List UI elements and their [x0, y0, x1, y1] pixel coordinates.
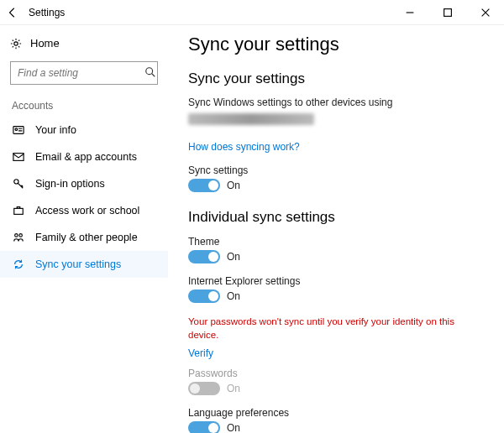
- search-box[interactable]: [10, 61, 158, 85]
- sync-description: Sync Windows settings to other devices u…: [188, 96, 484, 110]
- svg-point-2: [146, 67, 153, 74]
- page-title: Sync your settings: [188, 34, 484, 55]
- arrow-left-icon: [7, 7, 18, 18]
- gear-icon: [10, 38, 22, 50]
- svg-rect-5: [13, 154, 24, 161]
- toggle-state: On: [227, 383, 240, 394]
- minimize-button[interactable]: [391, 0, 428, 25]
- svg-point-4: [15, 128, 18, 131]
- window-title: Settings: [25, 7, 391, 18]
- sidebar-item-your-info[interactable]: Your info: [0, 117, 168, 143]
- password-warning: Your passwords won't sync until you veri…: [188, 315, 484, 342]
- individual-heading: Individual sync settings: [188, 209, 484, 226]
- sidebar-item-work-school[interactable]: Access work or school: [0, 197, 168, 224]
- main-content: Sync your settings Sync your settings Sy…: [168, 25, 504, 433]
- sync-settings-toggle[interactable]: [188, 179, 220, 192]
- search-input[interactable]: [18, 67, 144, 79]
- key-icon: [12, 178, 25, 190]
- svg-rect-0: [444, 8, 451, 16]
- sync-icon: [12, 258, 25, 270]
- home-label: Home: [30, 37, 60, 50]
- sidebar-item-email[interactable]: Email & app accounts: [0, 143, 168, 170]
- how-syncing-works-link[interactable]: How does syncing work?: [188, 141, 300, 153]
- toggle-state: On: [227, 251, 240, 263]
- back-button[interactable]: [0, 0, 25, 25]
- svg-rect-7: [14, 208, 24, 214]
- toggle-label: Sync settings: [188, 164, 484, 176]
- sidebar-item-label: Access work or school: [35, 205, 156, 216]
- sidebar-item-label: Your info: [35, 124, 156, 136]
- obscured-account: [188, 113, 314, 125]
- toggle-label: Language preferences: [188, 407, 484, 419]
- sidebar-item-sync[interactable]: Sync your settings: [0, 251, 168, 278]
- sidebar: Home Accounts Your info Email & app acco…: [0, 25, 168, 433]
- ie-toggle[interactable]: [188, 290, 220, 303]
- svg-point-1: [14, 41, 18, 44]
- sidebar-category: Accounts: [0, 97, 168, 117]
- theme-toggle[interactable]: [188, 250, 220, 263]
- sidebar-item-label: Sync your settings: [35, 258, 156, 270]
- close-icon: [480, 7, 491, 18]
- sidebar-item-label: Email & app accounts: [35, 151, 156, 163]
- minimize-icon: [404, 7, 416, 18]
- toggle-state: On: [227, 180, 240, 191]
- title-bar: Settings: [0, 0, 504, 25]
- maximize-icon: [442, 7, 454, 18]
- home-button[interactable]: Home: [0, 32, 168, 55]
- mail-icon: [12, 151, 25, 163]
- language-toggle[interactable]: [188, 421, 220, 433]
- toggle-label: Theme: [188, 236, 484, 248]
- toggle-label: Internet Explorer settings: [188, 275, 484, 287]
- search-icon: [144, 66, 156, 81]
- sidebar-item-signin[interactable]: Sign-in options: [0, 170, 168, 197]
- people-icon: [12, 232, 25, 243]
- briefcase-icon: [12, 205, 25, 216]
- toggle-label: Passwords: [188, 368, 484, 379]
- passwords-toggle: [188, 382, 220, 395]
- sidebar-item-label: Family & other people: [35, 232, 156, 243]
- section-heading: Sync your settings: [188, 70, 484, 87]
- maximize-button[interactable]: [428, 0, 466, 25]
- sidebar-item-label: Sign-in options: [35, 178, 156, 190]
- toggle-state: On: [227, 422, 240, 433]
- toggle-state: On: [227, 290, 240, 302]
- person-card-icon: [12, 124, 25, 136]
- svg-point-8: [15, 234, 18, 237]
- close-button[interactable]: [466, 0, 504, 25]
- svg-point-9: [19, 234, 23, 237]
- sidebar-item-family[interactable]: Family & other people: [0, 224, 168, 251]
- verify-link[interactable]: Verify: [188, 347, 213, 359]
